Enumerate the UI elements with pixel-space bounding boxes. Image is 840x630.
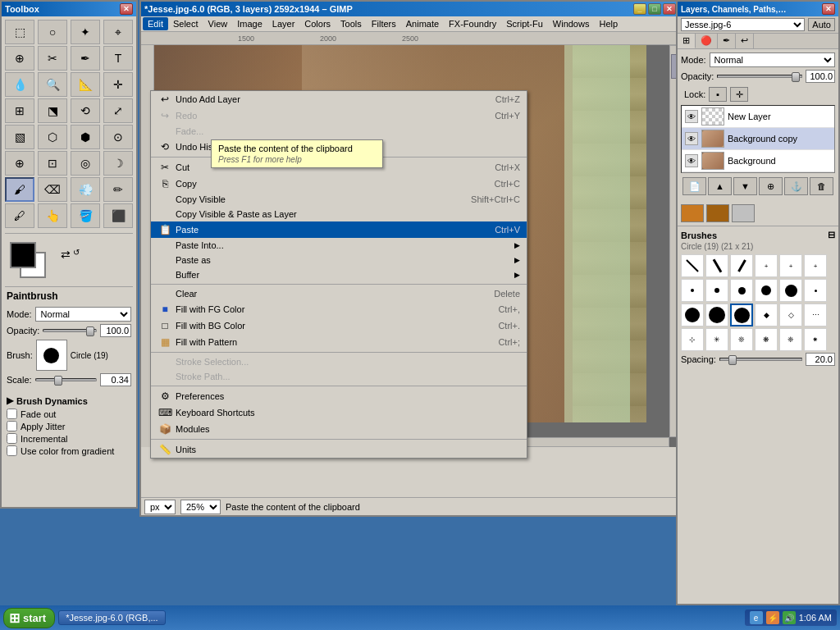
- tool-color-picker[interactable]: 💧: [5, 72, 34, 97]
- menu-fill-pattern[interactable]: ▦ Fill with Pattern Ctrl+;: [151, 334, 527, 350]
- menu-fill-bg[interactable]: □ Fill with BG Color Ctrl+.: [151, 317, 527, 334]
- menu-script-fu[interactable]: Script-Fu: [501, 17, 548, 30]
- tool-perspective-clone[interactable]: ⊡: [38, 151, 67, 176]
- duplicate-layer-button[interactable]: ⊕: [759, 177, 783, 195]
- layer-eye-new[interactable]: 👁: [685, 110, 698, 123]
- layers-opacity-slider[interactable]: [717, 75, 802, 78]
- tool-zoom[interactable]: 🔍: [38, 72, 67, 97]
- layer-item-new[interactable]: 👁 New Layer: [682, 106, 834, 128]
- brush-cell-18[interactable]: ⊹: [681, 328, 704, 351]
- layer-eye-copy[interactable]: 👁: [685, 132, 698, 145]
- menu-select[interactable]: Select: [168, 17, 203, 30]
- brush-cell-11[interactable]: [779, 279, 802, 302]
- menu-tools[interactable]: Tools: [336, 17, 367, 30]
- brush-cell-circle19[interactable]: [730, 304, 753, 326]
- incremental-checkbox[interactable]: [7, 433, 17, 444]
- incremental-checkbox-row[interactable]: Incremental: [2, 432, 136, 445]
- brush-cell-13[interactable]: [681, 304, 704, 326]
- scale-slider[interactable]: [35, 378, 97, 381]
- color-from-gradient-checkbox[interactable]: [7, 445, 17, 456]
- tool-paintbrush[interactable]: 🖌: [5, 177, 34, 202]
- apply-jitter-checkbox[interactable]: [7, 421, 17, 431]
- tool-crop[interactable]: ⬔: [38, 98, 67, 123]
- tool-fuzzy-select[interactable]: ⌖: [103, 20, 133, 44]
- fade-out-checkbox[interactable]: [7, 409, 17, 419]
- brush-cell-15[interactable]: ◆: [755, 304, 778, 326]
- brush-cell-16[interactable]: ◇: [779, 304, 802, 326]
- menu-image[interactable]: Image: [232, 17, 267, 30]
- menu-keyboard-shortcuts[interactable]: ⌨ Keyboard Shortcuts: [151, 404, 527, 421]
- color-patch-gray[interactable]: [732, 204, 755, 222]
- tool-select-by-color[interactable]: ⊕: [5, 46, 34, 71]
- menu-copy-visible[interactable]: Copy Visible Shift+Ctrl+C: [151, 192, 527, 207]
- tool-perspective[interactable]: ⬡: [38, 125, 67, 149]
- tool-scale[interactable]: ⤢: [103, 98, 133, 123]
- color-from-gradient-checkbox-row[interactable]: Use color from gradient: [2, 445, 136, 457]
- tray-icon-2[interactable]: ⚡: [766, 611, 779, 624]
- brush-cell-9[interactable]: [730, 279, 753, 302]
- layers-close-button[interactable]: ✕: [822, 3, 835, 15]
- maximize-button[interactable]: □: [648, 3, 661, 15]
- tool-ink[interactable]: 🖋: [5, 203, 34, 228]
- opacity-value[interactable]: 100.0: [100, 324, 131, 337]
- mode-select[interactable]: Normal: [35, 307, 131, 322]
- lower-layer-button[interactable]: ▼: [733, 177, 757, 195]
- menu-edit[interactable]: Edit: [143, 17, 168, 30]
- tool-flip[interactable]: ⬢: [71, 125, 100, 149]
- anchor-layer-button[interactable]: ⚓: [784, 177, 808, 195]
- menu-animate[interactable]: Animate: [401, 17, 444, 30]
- brush-cell-8[interactable]: [705, 279, 728, 302]
- tool-scissors[interactable]: ✂: [38, 46, 67, 71]
- menu-modules[interactable]: 📦 Modules: [151, 421, 527, 437]
- menu-view[interactable]: View: [203, 17, 233, 30]
- spacing-slider[interactable]: [719, 358, 802, 361]
- tray-icon-3[interactable]: 🔊: [783, 611, 796, 624]
- close-button[interactable]: ✕: [663, 3, 676, 15]
- tray-icon-1[interactable]: e: [750, 611, 763, 624]
- brush-cell-7[interactable]: [681, 279, 704, 302]
- brush-cell-10[interactable]: [755, 279, 778, 302]
- tool-blend[interactable]: ⬛: [103, 203, 133, 228]
- swap-colors-icon[interactable]: ⇄: [61, 248, 71, 261]
- brush-cell-20[interactable]: ❊: [730, 328, 753, 351]
- tool-blur[interactable]: ◎: [71, 151, 100, 176]
- tool-smudge[interactable]: 👆: [38, 203, 67, 228]
- brush-cell-14[interactable]: [705, 304, 728, 326]
- scale-value[interactable]: 0.34: [100, 373, 131, 386]
- brush-cell-4[interactable]: +: [755, 254, 778, 277]
- delete-layer-button[interactable]: 🗑: [810, 177, 833, 195]
- menu-colors[interactable]: Colors: [299, 17, 336, 30]
- tool-bucket-fill[interactable]: 🪣: [71, 203, 100, 228]
- layers-tab-channels[interactable]: 🔴: [696, 34, 718, 48]
- minimize-button[interactable]: _: [633, 3, 646, 15]
- menu-paste-into[interactable]: Paste Into...: [151, 238, 527, 253]
- layer-eye-bg[interactable]: 👁: [685, 154, 698, 167]
- tool-align[interactable]: ⊞: [5, 98, 34, 123]
- layers-mode-select[interactable]: Normal: [710, 52, 835, 67]
- menu-paste-as[interactable]: Paste as: [151, 253, 527, 267]
- tool-airbrush[interactable]: 💨: [71, 177, 100, 202]
- brush-cell-2[interactable]: [705, 254, 728, 277]
- brush-cell-17[interactable]: ⋯: [804, 304, 827, 326]
- menu-buffer[interactable]: Buffer: [151, 267, 527, 282]
- menu-filters[interactable]: Filters: [367, 17, 401, 30]
- menu-units[interactable]: 📏 Units: [151, 441, 527, 458]
- brush-dynamics-toggle[interactable]: ▶ Brush Dynamics: [2, 394, 136, 408]
- color-patch-orange[interactable]: [681, 204, 704, 222]
- tool-ellipse-select[interactable]: ○: [38, 20, 67, 44]
- brush-cell-6[interactable]: +: [804, 254, 827, 277]
- tool-measure[interactable]: 📐: [71, 72, 100, 97]
- menu-windows[interactable]: Windows: [548, 17, 595, 30]
- layer-item-copy[interactable]: 👁 Background copy: [682, 128, 834, 150]
- start-button[interactable]: ⊞ start: [3, 608, 55, 628]
- menu-copy-paste-layer[interactable]: Copy Visible & Paste as Layer: [151, 207, 527, 221]
- menu-layer[interactable]: Layer: [267, 17, 300, 30]
- fade-out-checkbox-row[interactable]: Fade out: [2, 408, 136, 420]
- unit-select[interactable]: px: [144, 500, 176, 514]
- color-patch-brown[interactable]: [706, 204, 729, 222]
- lock-position-button[interactable]: ✛: [730, 87, 748, 102]
- brush-cell-19[interactable]: ✳: [705, 328, 728, 351]
- tool-rotate[interactable]: ⟲: [71, 98, 100, 123]
- tool-clone[interactable]: ⊙: [103, 125, 133, 149]
- brush-cell-1[interactable]: [681, 254, 704, 277]
